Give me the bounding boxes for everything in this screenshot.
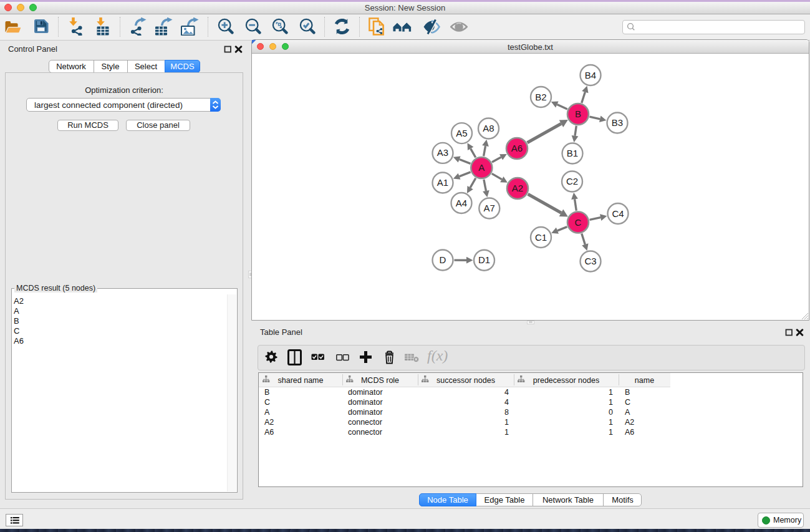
svg-text:A: A [478,162,485,173]
svg-text:A5: A5 [456,128,467,138]
svg-text:C4: C4 [612,208,624,219]
svg-text:A7: A7 [484,203,495,213]
svg-text:B4: B4 [585,70,596,80]
svg-text:C: C [575,217,582,228]
svg-text:A3: A3 [437,147,448,158]
svg-text:A1: A1 [437,177,448,188]
svg-text:C3: C3 [584,256,596,266]
svg-text:C2: C2 [566,176,578,186]
svg-text:C1: C1 [535,232,547,243]
svg-text:A2: A2 [512,183,523,193]
svg-text:A8: A8 [483,123,494,133]
svg-text:B3: B3 [612,117,623,128]
svg-text:B: B [575,109,581,119]
svg-text:A4: A4 [456,198,467,208]
svg-text:A6: A6 [511,143,523,153]
svg-text:D1: D1 [478,254,490,265]
svg-text:B2: B2 [535,92,546,102]
svg-text:B1: B1 [567,148,578,158]
svg-text:D: D [440,254,446,265]
